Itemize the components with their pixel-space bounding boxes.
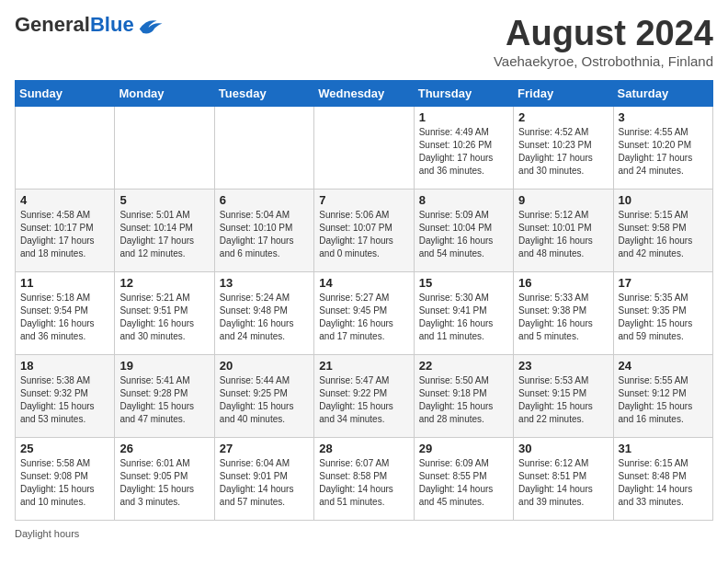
day-number: 18 <box>20 359 109 373</box>
weekday-header-thursday: Thursday <box>414 80 513 106</box>
day-number: 30 <box>518 442 608 455</box>
month-year-title: August 2024 <box>494 15 713 53</box>
day-info: Sunrise: 5:44 AMSunset: 9:25 PMDaylight:… <box>220 374 309 426</box>
day-info: Sunrise: 5:41 AMSunset: 9:28 PMDaylight:… <box>119 374 209 426</box>
day-info: Sunrise: 5:27 AMSunset: 9:45 PMDaylight:… <box>319 292 408 343</box>
day-info: Sunrise: 5:58 AMSunset: 9:08 PMDaylight:… <box>20 457 109 509</box>
calendar-cell: 27Sunrise: 6:04 AMSunset: 9:01 PMDayligh… <box>214 437 313 520</box>
day-info: Sunrise: 6:15 AMSunset: 8:48 PMDaylight:… <box>619 457 708 509</box>
weekday-header-tuesday: Tuesday <box>214 80 313 106</box>
day-info: Sunrise: 5:55 AMSunset: 9:12 PMDaylight:… <box>619 374 708 426</box>
calendar-cell <box>314 106 414 189</box>
day-info: Sunrise: 6:07 AMSunset: 8:58 PMDaylight:… <box>319 457 408 509</box>
day-number: 12 <box>119 276 209 290</box>
day-info: Sunrise: 5:30 AMSunset: 9:41 PMDaylight:… <box>419 292 508 343</box>
calendar-cell <box>16 106 115 189</box>
day-info: Sunrise: 6:12 AMSunset: 8:51 PMDaylight:… <box>518 457 608 509</box>
location-subtitle: Vaehaekyroe, Ostrobothnia, Finland <box>494 53 713 69</box>
calendar-cell: 18Sunrise: 5:38 AMSunset: 9:32 PMDayligh… <box>16 354 115 437</box>
day-info: Sunrise: 5:38 AMSunset: 9:32 PMDaylight:… <box>20 374 109 426</box>
day-info: Sunrise: 5:35 AMSunset: 9:35 PMDaylight:… <box>619 292 708 343</box>
day-number: 5 <box>119 193 209 207</box>
day-info: Sunrise: 4:52 AMSunset: 10:23 PMDaylight… <box>518 126 608 178</box>
day-number: 27 <box>220 442 309 455</box>
calendar-cell: 16Sunrise: 5:33 AMSunset: 9:38 PMDayligh… <box>514 271 613 354</box>
day-info: Sunrise: 5:53 AMSunset: 9:15 PMDaylight:… <box>518 374 608 426</box>
day-number: 2 <box>518 110 608 124</box>
day-number: 9 <box>518 193 608 207</box>
day-number: 7 <box>319 193 408 207</box>
calendar-cell: 1Sunrise: 4:49 AMSunset: 10:26 PMDayligh… <box>414 106 513 189</box>
day-info: Sunrise: 5:12 AMSunset: 10:01 PMDaylight… <box>518 209 608 260</box>
calendar-cell: 8Sunrise: 5:09 AMSunset: 10:04 PMDayligh… <box>414 189 513 271</box>
day-number: 13 <box>220 276 309 290</box>
week-row-3: 11Sunrise: 5:18 AMSunset: 9:54 PMDayligh… <box>16 271 713 354</box>
day-number: 19 <box>119 359 209 373</box>
week-row-2: 4Sunrise: 4:58 AMSunset: 10:17 PMDayligh… <box>16 189 713 271</box>
day-info: Sunrise: 4:55 AMSunset: 10:20 PMDaylight… <box>619 126 708 178</box>
day-info: Sunrise: 5:50 AMSunset: 9:18 PMDaylight:… <box>419 374 508 426</box>
day-number: 14 <box>319 276 408 290</box>
day-number: 17 <box>619 276 708 290</box>
calendar-cell: 13Sunrise: 5:24 AMSunset: 9:48 PMDayligh… <box>214 271 313 354</box>
calendar-cell: 10Sunrise: 5:15 AMSunset: 9:58 PMDayligh… <box>613 189 712 271</box>
day-number: 3 <box>619 110 708 124</box>
day-number: 25 <box>20 442 109 455</box>
calendar-cell <box>214 106 313 189</box>
day-info: Sunrise: 6:01 AMSunset: 9:05 PMDaylight:… <box>119 457 209 509</box>
day-number: 16 <box>518 276 608 290</box>
day-info: Sunrise: 5:18 AMSunset: 9:54 PMDaylight:… <box>20 292 109 343</box>
weekday-header-monday: Monday <box>115 80 214 106</box>
calendar-cell: 17Sunrise: 5:35 AMSunset: 9:35 PMDayligh… <box>613 271 712 354</box>
page-header: GeneralBlue August 2024 Vaehaekyroe, Ost… <box>15 15 713 69</box>
day-info: Sunrise: 5:15 AMSunset: 9:58 PMDaylight:… <box>619 209 708 260</box>
week-row-5: 25Sunrise: 5:58 AMSunset: 9:08 PMDayligh… <box>16 437 713 520</box>
day-number: 21 <box>319 359 408 373</box>
calendar-cell: 11Sunrise: 5:18 AMSunset: 9:54 PMDayligh… <box>16 271 115 354</box>
day-number: 6 <box>220 193 309 207</box>
day-info: Sunrise: 4:58 AMSunset: 10:17 PMDaylight… <box>20 209 109 260</box>
day-number: 1 <box>419 110 508 124</box>
calendar-cell: 22Sunrise: 5:50 AMSunset: 9:18 PMDayligh… <box>414 354 513 437</box>
day-number: 28 <box>319 442 408 455</box>
calendar-cell: 12Sunrise: 5:21 AMSunset: 9:51 PMDayligh… <box>115 271 214 354</box>
calendar-cell: 3Sunrise: 4:55 AMSunset: 10:20 PMDayligh… <box>613 106 712 189</box>
day-number: 22 <box>419 359 508 373</box>
day-number: 4 <box>20 193 109 207</box>
title-block: August 2024 Vaehaekyroe, Ostrobothnia, F… <box>494 15 713 69</box>
logo-general: General <box>15 13 90 36</box>
day-number: 24 <box>619 359 708 373</box>
day-number: 23 <box>518 359 608 373</box>
calendar-cell: 14Sunrise: 5:27 AMSunset: 9:45 PMDayligh… <box>314 271 414 354</box>
day-info: Sunrise: 4:49 AMSunset: 10:26 PMDaylight… <box>419 126 508 178</box>
calendar-cell: 7Sunrise: 5:06 AMSunset: 10:07 PMDayligh… <box>314 189 414 271</box>
calendar-cell: 9Sunrise: 5:12 AMSunset: 10:01 PMDayligh… <box>514 189 613 271</box>
calendar-cell: 25Sunrise: 5:58 AMSunset: 9:08 PMDayligh… <box>16 437 115 520</box>
calendar-cell: 21Sunrise: 5:47 AMSunset: 9:22 PMDayligh… <box>314 354 414 437</box>
day-info: Sunrise: 5:04 AMSunset: 10:10 PMDaylight… <box>220 209 309 260</box>
day-info: Sunrise: 6:09 AMSunset: 8:55 PMDaylight:… <box>419 457 508 509</box>
day-number: 11 <box>20 276 109 290</box>
day-number: 31 <box>619 442 708 455</box>
week-row-1: 1Sunrise: 4:49 AMSunset: 10:26 PMDayligh… <box>16 106 713 189</box>
weekday-header-wednesday: Wednesday <box>314 80 414 106</box>
day-info: Sunrise: 5:21 AMSunset: 9:51 PMDaylight:… <box>119 292 209 343</box>
calendar-cell: 5Sunrise: 5:01 AMSunset: 10:14 PMDayligh… <box>115 189 214 271</box>
day-number: 26 <box>119 442 209 455</box>
footer-note: Daylight hours <box>15 528 713 539</box>
calendar-cell: 30Sunrise: 6:12 AMSunset: 8:51 PMDayligh… <box>514 437 613 520</box>
day-info: Sunrise: 5:47 AMSunset: 9:22 PMDaylight:… <box>319 374 408 426</box>
calendar-cell: 24Sunrise: 5:55 AMSunset: 9:12 PMDayligh… <box>613 354 712 437</box>
day-number: 8 <box>419 193 508 207</box>
day-info: Sunrise: 5:33 AMSunset: 9:38 PMDaylight:… <box>518 292 608 343</box>
calendar-cell: 2Sunrise: 4:52 AMSunset: 10:23 PMDayligh… <box>514 106 613 189</box>
calendar-cell: 4Sunrise: 4:58 AMSunset: 10:17 PMDayligh… <box>16 189 115 271</box>
logo: GeneralBlue <box>15 15 164 35</box>
day-number: 20 <box>220 359 309 373</box>
day-number: 15 <box>419 276 508 290</box>
calendar-cell: 20Sunrise: 5:44 AMSunset: 9:25 PMDayligh… <box>214 354 313 437</box>
logo-bird-icon <box>136 15 164 35</box>
day-info: Sunrise: 5:01 AMSunset: 10:14 PMDaylight… <box>119 209 209 260</box>
logo-blue: Blue <box>90 13 134 36</box>
calendar-cell: 26Sunrise: 6:01 AMSunset: 9:05 PMDayligh… <box>115 437 214 520</box>
